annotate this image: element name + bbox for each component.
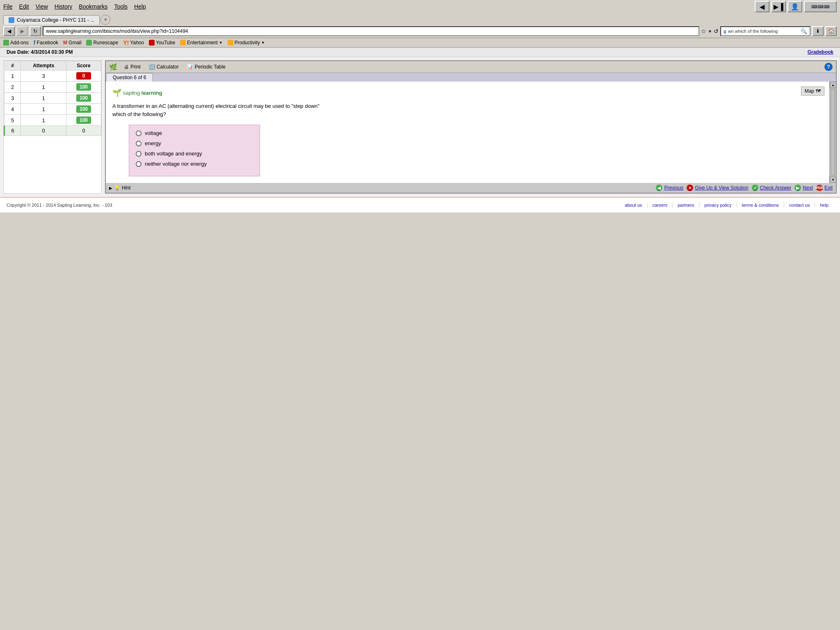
calculator-button[interactable]: 🔢 Calculator [147, 63, 180, 71]
footer-link-terms[interactable]: terms & conditions [737, 203, 784, 208]
check-answer-button[interactable]: ✓ Check Answer [752, 185, 792, 191]
choice-2[interactable]: both voltage and energy [136, 151, 253, 157]
home-button[interactable]: 🏠 [825, 26, 837, 36]
col-header-attempts: Attempts [21, 61, 66, 71]
choice-3[interactable]: neither voltage nor energy [136, 161, 253, 167]
table-row[interactable]: 2 1 100 [5, 82, 101, 93]
radio-3[interactable] [136, 161, 142, 167]
menu-tools[interactable]: Tools [114, 3, 128, 10]
gmail-icon: M [63, 40, 67, 46]
gradebook-link[interactable]: Gradebook [808, 49, 833, 55]
search-bar[interactable]: g wn which of the following 🔍 [720, 26, 810, 36]
table-row[interactable]: 5 1 100 [5, 115, 101, 126]
copyright: Copyright © 2011 - 2014 Sapling Learning… [7, 203, 112, 208]
bookmark-productivity[interactable]: Productivity ▼ [228, 40, 265, 46]
bookmark-youtube[interactable]: YouTube [149, 40, 175, 46]
bookmark-facebook[interactable]: f Facebook [34, 39, 58, 46]
row2-score: 100 [66, 82, 101, 93]
choice-label-0: voltage [145, 130, 162, 136]
scroll-up-arrow[interactable]: ▲ [830, 82, 836, 88]
tab-favicon [9, 17, 14, 23]
map-button[interactable]: Map 🗺 [801, 87, 824, 96]
print-icon: 🖨 [124, 64, 129, 70]
question-inner: 🌱 sapling learning Map 🗺 A transformer i… [106, 82, 829, 183]
media-play-icon[interactable]: ▶▐ [771, 1, 786, 12]
bookmark-runescape[interactable]: Runescape [86, 40, 118, 46]
keyboard-icon[interactable]: ⌨⌨⌨ [804, 1, 837, 12]
give-up-icon: ✕ [687, 185, 693, 191]
reload-icon[interactable]: ↺ [714, 28, 719, 34]
lightbulb-icon: 💡 [114, 185, 120, 191]
score-badge-2: 100 [76, 94, 91, 102]
col-header-score: Score [66, 61, 101, 71]
download-button[interactable]: ⬇ [812, 26, 824, 36]
next-button[interactable]: ▶ Next [794, 185, 813, 191]
question-scroll-area: 🌱 sapling learning Map 🗺 A transformer i… [106, 82, 836, 183]
bookmark-facebook-label: Facebook [37, 40, 58, 46]
row5-score: 100 [66, 115, 101, 126]
footer-link-contact[interactable]: contact us [784, 203, 815, 208]
table-row[interactable]: 4 1 100 [5, 104, 101, 115]
forward-button[interactable]: ▶ [16, 26, 28, 36]
previous-icon: ◀ [656, 185, 662, 191]
radio-2[interactable] [136, 151, 142, 157]
give-up-button[interactable]: ✕ Give Up & View Solution [687, 185, 749, 191]
footer-link-privacy[interactable]: privacy policy [700, 203, 737, 208]
previous-button[interactable]: ◀ Previous [656, 185, 683, 191]
answer-choices: voltage energy both voltage and energy [129, 125, 260, 176]
help-button[interactable]: ? [824, 63, 833, 71]
url-input[interactable] [43, 26, 699, 36]
bookmark-gmail[interactable]: M Gmail [63, 40, 81, 46]
footer-link-about[interactable]: about us [620, 203, 647, 208]
radio-0[interactable] [136, 130, 142, 136]
choice-1[interactable]: energy [136, 140, 253, 146]
refresh-button[interactable]: ↻ [30, 26, 41, 36]
score-badge-1: 100 [76, 83, 91, 91]
choice-0[interactable]: voltage [136, 130, 253, 136]
media-back-icon[interactable]: ◀ [755, 1, 769, 12]
footer-link-careers[interactable]: careers [648, 203, 673, 208]
exit-button[interactable]: PDF Exit [816, 185, 833, 191]
footer-links: about us careers partners privacy policy… [620, 203, 833, 208]
periodic-table-label: Periodic Table [195, 64, 226, 70]
vertical-scrollbar[interactable]: ▲ ▼ [829, 82, 836, 183]
table-row-selected[interactable]: 6 0 0 [5, 126, 101, 136]
periodic-table-button[interactable]: 📊 Periodic Table [185, 63, 227, 71]
bookmark-addons[interactable]: Add-ons [3, 40, 29, 46]
user-icon[interactable]: 👤 [788, 1, 802, 12]
back-button[interactable]: ◀ [3, 26, 15, 36]
print-button[interactable]: 🖨 Print [122, 63, 142, 71]
new-tab-button[interactable]: + [100, 15, 110, 25]
menu-view[interactable]: View [36, 3, 48, 10]
question-toolbar: 🌿 🖨 Print 🔢 Calculator 📊 Periodic Table … [106, 61, 836, 73]
score-badge-0: 0 [76, 72, 91, 80]
question-tab[interactable]: Question 6 of 6 [106, 73, 153, 82]
hint-button[interactable]: ▶ 💡 Hint [109, 185, 130, 191]
row1-num: 1 [5, 71, 21, 82]
browser-tab[interactable]: Cuyamaca College - PHYC 131 - ... [3, 15, 100, 25]
table-row[interactable]: 3 1 100 [5, 93, 101, 104]
bookmarks-bar: Add-ons f Facebook M Gmail Runescape Y! … [0, 38, 840, 48]
scroll-thumb[interactable] [831, 89, 835, 176]
search-icon[interactable]: 🔍 [801, 28, 807, 34]
row3-attempts: 1 [21, 93, 66, 104]
menu-help[interactable]: Help [134, 3, 146, 10]
dropdown-icon[interactable]: ▼ [708, 29, 712, 34]
radio-1[interactable] [136, 141, 142, 146]
question-panel: 🌿 🖨 Print 🔢 Calculator 📊 Periodic Table … [105, 60, 837, 194]
bookmark-addons-label: Add-ons [10, 40, 29, 46]
bottom-actions: ◀ Previous ✕ Give Up & View Solution ✓ C… [656, 185, 833, 191]
menu-file[interactable]: File [3, 3, 13, 10]
star-icon[interactable]: ☆ [701, 28, 706, 34]
menu-history[interactable]: History [55, 3, 73, 10]
bookmark-yahoo[interactable]: Y! Yahoo [123, 39, 144, 46]
footer-link-partners[interactable]: partners [673, 203, 699, 208]
youtube-icon [149, 40, 155, 46]
menu-edit[interactable]: Edit [19, 3, 29, 10]
scroll-down-arrow[interactable]: ▼ [830, 176, 836, 183]
footer-link-help[interactable]: help [815, 203, 833, 208]
next-label: Next [803, 185, 813, 191]
table-row[interactable]: 1 3 0 [5, 71, 101, 82]
bookmark-entertainment[interactable]: Entertainment ▼ [180, 40, 223, 46]
menu-bookmarks[interactable]: Bookmarks [79, 3, 107, 10]
